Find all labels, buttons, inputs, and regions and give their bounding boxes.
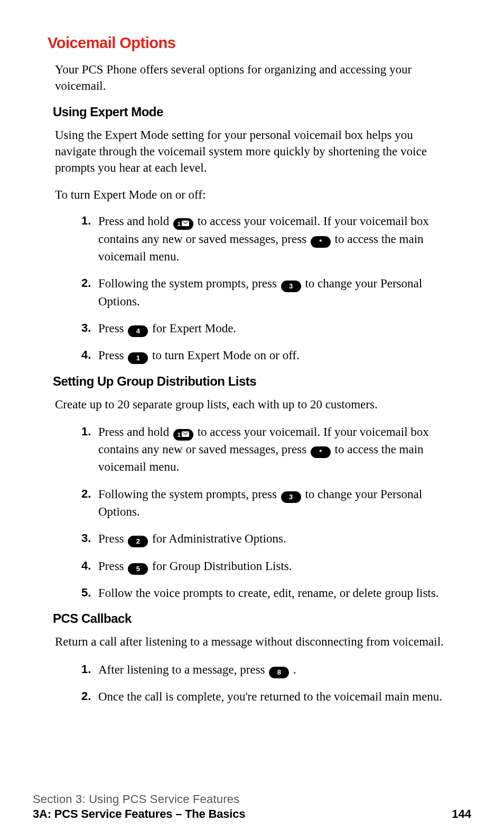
key-3-icon: 3 [281,281,301,292]
step-item: 3. Press 2 for Administrative Options. [85,530,460,547]
step-text: Press [98,532,127,545]
step-number: 2. [81,275,91,292]
step-item: 5. Follow the voice prompts to create, e… [85,584,460,602]
step-text: Press [98,349,127,362]
step-number: 2. [81,486,91,502]
step-number: 5. [81,584,91,601]
step-number: 1. [81,212,91,229]
step-text: Press [98,559,127,573]
step-item: 3. Press 4 for Expert Mode. [85,320,460,337]
groups-desc: Create up to 20 separate group lists, ea… [55,396,456,413]
key-1-icon: 1 [128,352,148,364]
step-item: 2. Following the system prompts, press 3… [85,275,460,310]
key-1-mail-icon: 1 [173,218,193,230]
step-text: Press and hold [98,425,172,438]
page-number: 144 [452,807,471,821]
step-text: After listening to a message, press [98,663,268,676]
step-item: 1. After listening to a message, press 8… [85,661,460,678]
step-item: 4. Press 5 for Group Distribution Lists. [85,557,460,575]
step-text: Press [98,322,127,335]
step-text: to turn Expert Mode on or off. [152,349,300,362]
step-text: Following the system prompts, press [98,277,280,290]
step-text: . [293,663,296,676]
expert-prompt: To turn Expert Mode on or off: [55,186,462,203]
key-1-mail-icon: 1 [173,429,193,441]
step-text: for Expert Mode. [152,322,236,335]
page-footer: Section 3: Using PCS Service Features 3A… [33,792,471,821]
intro-text: Your PCS Phone offers several options fo… [55,61,456,94]
step-item: 4. Press 1 to turn Expert Mode on or off… [85,347,460,364]
footer-subsection: 3A: PCS Service Features – The Basics [33,807,245,821]
step-item: 2. Following the system prompts, press 3… [85,486,460,521]
key-star-icon: * [311,236,331,248]
step-text: Following the system prompts, press [98,488,280,501]
key-8-icon: 8 [269,667,289,678]
step-item: 2. Once the call is complete, you're ret… [85,688,460,705]
step-number: 1. [81,423,91,440]
step-text: Follow the voice prompts to create, edit… [98,586,438,600]
callback-heading: PCS Callback [53,611,462,626]
expert-steps: 1. Press and hold 1 to access your voice… [48,212,460,364]
key-4-icon: 4 [128,325,148,337]
callback-steps: 1. After listening to a message, press 8… [48,661,460,706]
section-title: Voicemail Options [48,34,462,52]
step-item: 1. Press and hold 1 to access your voice… [85,212,460,265]
step-number: 4. [81,557,91,574]
step-number: 1. [81,661,91,678]
groups-steps: 1. Press and hold 1 to access your voice… [48,423,460,602]
key-2-icon: 2 [128,536,148,547]
groups-heading: Setting Up Group Distribution Lists [53,374,462,389]
step-text: for Administrative Options. [152,532,286,545]
step-text: Once the call is complete, you're return… [98,690,442,703]
step-number: 4. [81,347,91,363]
step-number: 2. [81,688,91,705]
step-number: 3. [81,320,91,337]
footer-section: Section 3: Using PCS Service Features [33,792,471,806]
key-3-icon: 3 [281,491,301,503]
callback-desc: Return a call after listening to a messa… [55,633,456,650]
step-text: Press and hold [98,214,172,228]
key-5-icon: 5 [128,563,148,575]
key-star-icon: * [311,446,331,458]
step-item: 1. Press and hold 1 to access your voice… [85,423,460,476]
step-number: 3. [81,530,91,547]
expert-desc: Using the Expert Mode setting for your p… [55,127,456,176]
step-text: for Group Distribution Lists. [152,559,292,573]
expert-mode-heading: Using Expert Mode [53,105,462,119]
